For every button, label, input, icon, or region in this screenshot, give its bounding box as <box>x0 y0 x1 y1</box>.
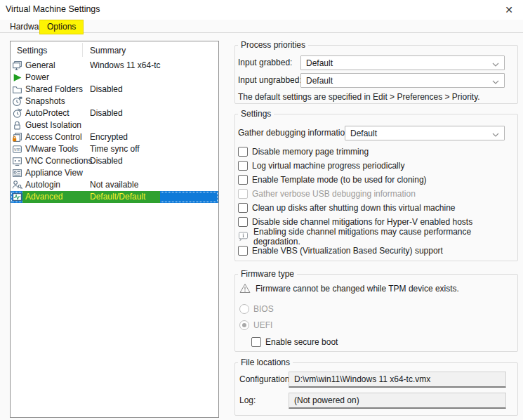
sidebar-item-appliance-view[interactable]: Appliance View <box>11 167 218 179</box>
sidebar-item-label: Advanced <box>25 191 62 203</box>
general-icon <box>12 60 23 71</box>
svg-text:vm: vm <box>14 147 20 152</box>
priorities-note: The default settings are specified in Ed… <box>238 92 480 102</box>
input-grabbed-value: Default <box>306 58 333 68</box>
chevron-down-icon <box>492 77 499 87</box>
checkbox[interactable] <box>238 161 248 171</box>
radio-uefi-label: UEFI <box>253 320 272 330</box>
settings-option-row: Enable Template mode (to be used for clo… <box>238 173 513 187</box>
configuration-label: Configuration: <box>239 374 292 384</box>
sidebar-item-power[interactable]: Power <box>11 72 218 84</box>
sidebar-item-shared-folders[interactable]: Shared FoldersDisabled <box>11 84 218 96</box>
gather-debug-value: Default <box>350 129 377 138</box>
group-title: File locations <box>238 357 293 367</box>
checkbox[interactable] <box>238 217 248 227</box>
secure-boot-label: Enable secure boot <box>265 337 338 347</box>
radio-selected-icon <box>239 320 249 330</box>
firmware-warning-text: Firmware cannot be changed while TPM dev… <box>256 284 459 294</box>
group-title: Process priorities <box>238 40 308 50</box>
window-title: Virtual Machine Settings <box>6 4 100 14</box>
vnc-connections-icon <box>12 156 23 166</box>
sidebar-item-label: AutoProtect <box>25 107 69 119</box>
sidebar-item-summary: Disabled <box>90 107 123 119</box>
sidebar-item-label: Guest Isolation <box>25 119 81 131</box>
input-ungrabbed-select[interactable]: Default <box>300 73 505 88</box>
options-list-panel: Settings Summary GeneralWindows 11 x64-t… <box>10 41 219 418</box>
sidebar-item-summary: Windows 11 x64-tc <box>90 60 160 72</box>
radio-icon <box>239 304 249 314</box>
list-header: Settings Summary <box>11 41 218 60</box>
chevron-down-icon <box>492 60 499 70</box>
sidebar-item-autoprotect[interactable]: AutoProtectDisabled <box>11 107 218 119</box>
sidebar-item-label: VMware Tools <box>25 143 78 155</box>
sidebar-item-summary: Not available <box>90 179 138 191</box>
input-grabbed-select[interactable]: Default <box>300 55 505 70</box>
sidebar-item-access-control[interactable]: Access ControlEncrypted <box>11 131 218 143</box>
sidebar-item-label: Power <box>25 72 49 84</box>
gather-debug-select[interactable]: Default <box>345 126 505 140</box>
close-icon[interactable]: ✕ <box>502 3 516 17</box>
title-bar: Virtual Machine Settings ✕ <box>0 0 523 20</box>
sidebar-item-guest-isolation[interactable]: Guest Isolation <box>11 119 218 131</box>
tab-options[interactable]: Options <box>39 20 84 34</box>
settings-option-row: Disable memory page trimming <box>238 145 513 159</box>
column-separator <box>82 43 83 57</box>
group-firmware-type: Firmware type Firmware cannot be changed… <box>234 274 518 352</box>
checkbox-label: Disable side channel mitigations for Hyp… <box>252 217 472 227</box>
shared-folders-icon <box>12 84 23 95</box>
group-title: Settings <box>238 109 274 119</box>
checkbox[interactable] <box>238 175 248 185</box>
info-icon <box>238 231 249 242</box>
power-icon <box>12 72 23 83</box>
settings-option-row: Log virtual machine progress periodicall… <box>238 159 513 173</box>
sidebar-rows: GeneralWindows 11 x64-tcPowerShared Fold… <box>11 60 218 203</box>
configuration-path-value: D:\vm\win11\Windows 11 x64-tc.vmx <box>294 374 430 384</box>
sidebar-item-label: Shared Folders <box>25 84 83 96</box>
secure-boot-row: Enable secure boot <box>251 335 338 349</box>
column-header-settings[interactable]: Settings <box>17 46 47 55</box>
checkbox-label: Disable memory page trimming <box>252 147 369 157</box>
checkbox <box>238 189 248 199</box>
sidebar-item-label: Appliance View <box>25 167 83 179</box>
sidebar-item-label: Snapshots <box>25 96 65 107</box>
configuration-path-field[interactable]: D:\vm\win11\Windows 11 x64-tc.vmx <box>289 372 506 388</box>
radio-bios: BIOS <box>239 303 274 315</box>
sidebar-item-autologin[interactable]: AutologinNot available <box>11 179 218 191</box>
guest-isolation-icon <box>12 120 23 131</box>
log-path-field[interactable]: (Not powered on) <box>289 393 506 409</box>
sidebar-item-summary: Disabled <box>90 84 123 96</box>
group-title: Firmware type <box>238 269 297 279</box>
sidebar-item-summary: Disabled <box>90 155 123 167</box>
sidebar-item-advanced[interactable]: AdvancedDefault/Default <box>11 191 218 203</box>
gather-debug-label: Gather debugging information: <box>238 128 352 138</box>
checkbox-label: Log virtual machine progress periodicall… <box>252 161 404 171</box>
group-process-priorities: Process priorities Input grabbed: Defaul… <box>234 45 518 104</box>
firmware-warning: Firmware cannot be changed while TPM dev… <box>239 283 459 294</box>
sidebar-item-vnc-connections[interactable]: VNC ConnectionsDisabled <box>11 155 218 167</box>
sidebar-item-snapshots[interactable]: Snapshots <box>11 96 218 107</box>
radio-bios-label: BIOS <box>253 304 274 314</box>
group-settings: Settings Gather debugging information: D… <box>234 114 518 261</box>
sidebar-item-label: Access Control <box>25 131 82 143</box>
vmware-tools-icon: vm <box>12 144 23 155</box>
column-header-summary[interactable]: Summary <box>90 46 126 55</box>
checkbox-label: Enable VBS (Virtualization Based Securit… <box>252 246 443 256</box>
sidebar-item-vmware-tools[interactable]: vmVMware ToolsTime sync off <box>11 143 218 155</box>
sidebar-item-label: VNC Connections <box>25 155 92 167</box>
snapshots-icon <box>12 96 23 107</box>
secure-boot-checkbox[interactable] <box>251 337 261 347</box>
sidebar-item-label: Autologin <box>25 179 60 191</box>
sidebar-item-summary: Time sync off <box>90 143 140 155</box>
log-label: Log: <box>239 395 256 405</box>
checkbox[interactable] <box>238 203 248 213</box>
input-grabbed-label: Input grabbed: <box>238 58 292 67</box>
warning-icon <box>239 283 251 294</box>
autologin-icon <box>12 180 23 190</box>
advanced-icon <box>12 192 23 202</box>
checkbox[interactable] <box>238 147 248 157</box>
checkbox-label: Enable Template mode (to be used for clo… <box>252 175 427 185</box>
input-ungrabbed-label: Input ungrabbed: <box>238 75 302 85</box>
checkbox[interactable] <box>238 246 248 256</box>
sidebar-item-general[interactable]: GeneralWindows 11 x64-tc <box>11 60 218 72</box>
sidebar-item-label: General <box>25 60 55 72</box>
